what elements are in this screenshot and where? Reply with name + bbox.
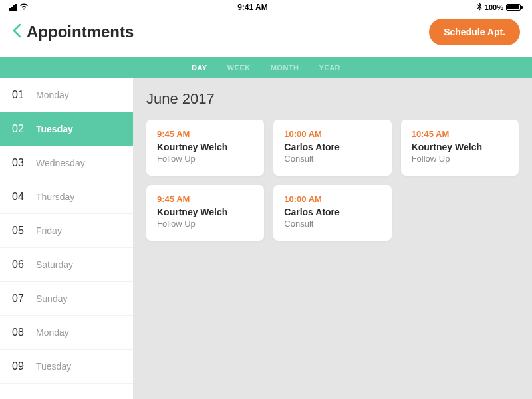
day-number: 02 — [12, 123, 27, 135]
sidebar-day-item[interactable]: 05Friday — [0, 214, 133, 248]
bluetooth-icon — [477, 3, 482, 12]
appointment-card[interactable]: 10:00 AMCarlos AtoreConsult — [273, 185, 391, 241]
day-number: 09 — [12, 360, 27, 372]
wifi-icon — [19, 3, 29, 11]
day-number: 08 — [12, 327, 27, 338]
battery-percent: 100% — [485, 3, 503, 11]
sidebar-day-item[interactable]: 08Monday — [0, 316, 133, 350]
main: June 2017 9:45 AMKourtney WelchFollow Up… — [133, 78, 532, 399]
tab-week[interactable]: WEEK — [227, 64, 251, 72]
status-bar: 9:41 AM 100% — [0, 0, 532, 13]
day-name: Wednesday — [36, 158, 85, 168]
tab-day[interactable]: DAY — [192, 64, 207, 72]
appointment-time: 10:00 AM — [284, 194, 380, 204]
sidebar: 01Monday02Tuesday03Wednesday04Thursday05… — [0, 78, 133, 399]
day-number: 04 — [12, 191, 27, 203]
sidebar-day-item[interactable]: 09Tuesday — [0, 350, 133, 384]
day-name: Thursday — [36, 192, 74, 202]
day-name: Monday — [36, 327, 69, 338]
day-number: 05 — [12, 225, 27, 237]
sidebar-day-item[interactable]: 06Saturday — [0, 248, 133, 282]
day-name: Saturday — [36, 259, 73, 270]
day-number: 01 — [12, 89, 27, 101]
day-name: Tuesday — [36, 361, 71, 372]
tab-year[interactable]: YEAR — [319, 64, 340, 72]
day-name: Sunday — [36, 293, 67, 304]
status-time: 9:41 AM — [237, 3, 268, 12]
content: 01Monday02Tuesday03Wednesday04Thursday05… — [0, 78, 532, 399]
page-title: Appointments — [27, 23, 134, 41]
day-number: 06 — [12, 259, 27, 271]
schedule-apt-button[interactable]: Schedule Apt. — [429, 19, 520, 45]
appointment-type: Consult — [284, 154, 380, 164]
sidebar-day-item[interactable]: 02Tuesday — [0, 112, 133, 146]
appointment-type: Consult — [284, 219, 380, 229]
sidebar-day-item[interactable]: 07Sunday — [0, 282, 133, 316]
appointment-type: Follow Up — [157, 219, 253, 229]
appointment-type: Follow Up — [412, 154, 508, 164]
sidebar-day-item[interactable]: 04Thursday — [0, 180, 133, 214]
appointment-card[interactable]: 10:45 AMKourtney WelchFollow Up — [401, 120, 519, 176]
appointment-type: Follow Up — [157, 154, 253, 164]
day-name: Friday — [36, 225, 62, 236]
appointment-name: Kourtney Welch — [157, 142, 253, 152]
appointment-name: Kourtney Welch — [157, 207, 253, 217]
appointment-time: 10:45 AM — [412, 129, 508, 139]
appointment-name: Kourtney Welch — [412, 142, 508, 152]
header: Appointments Schedule Apt. — [0, 13, 532, 57]
signal-icon — [9, 4, 17, 11]
sidebar-day-item[interactable]: 01Monday — [0, 78, 133, 112]
day-name: Tuesday — [36, 124, 73, 134]
appointment-time: 9:45 AM — [157, 129, 253, 139]
status-left — [9, 3, 29, 11]
appointment-time: 9:45 AM — [157, 194, 253, 204]
back-chevron-icon[interactable] — [12, 23, 24, 41]
sidebar-day-item[interactable]: 03Wednesday — [0, 146, 133, 180]
view-tabs: DAY WEEK MONTH YEAR — [0, 57, 532, 78]
appointment-cards: 9:45 AMKourtney WelchFollow Up10:00 AMCa… — [146, 120, 519, 241]
day-number: 03 — [12, 157, 27, 169]
appointment-name: Carlos Atore — [284, 142, 380, 152]
appointment-card[interactable]: 9:45 AMKourtney WelchFollow Up — [146, 120, 264, 176]
header-left: Appointments — [12, 23, 134, 41]
day-name: Monday — [36, 90, 69, 100]
status-right: 100% — [477, 3, 523, 12]
appointment-card[interactable]: 9:45 AMKourtney WelchFollow Up — [146, 185, 264, 241]
day-number: 07 — [12, 293, 27, 305]
appointment-card[interactable]: 10:00 AMCarlos AtoreConsult — [273, 120, 391, 176]
battery-icon — [506, 4, 523, 11]
appointment-time: 10:00 AM — [284, 129, 380, 139]
appointment-name: Carlos Atore — [284, 207, 380, 217]
month-title: June 2017 — [146, 90, 519, 108]
tab-month[interactable]: MONTH — [271, 64, 299, 72]
